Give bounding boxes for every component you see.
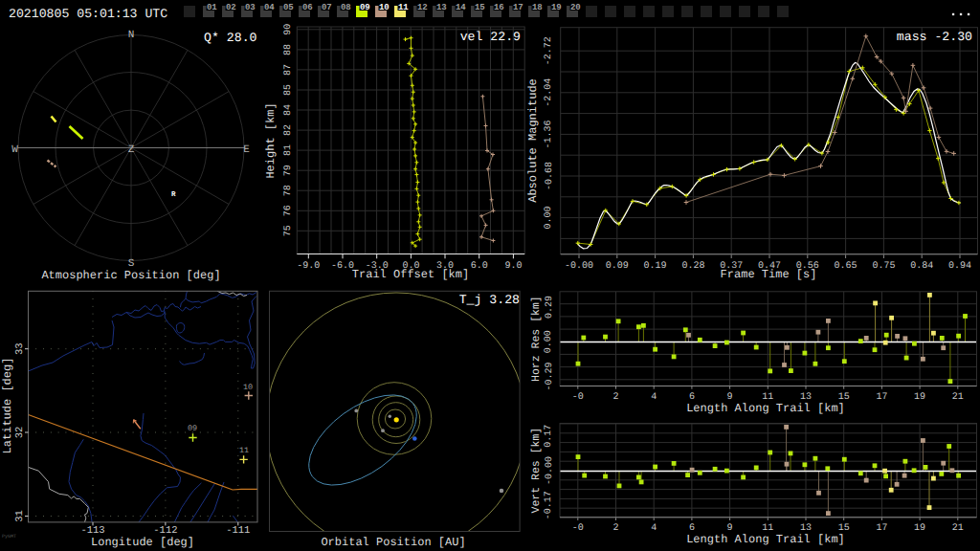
- svg-text:Latitude [deg]: Latitude [deg]: [1, 358, 14, 454]
- svg-text:Atmospheric Position [deg]: Atmospheric Position [deg]: [41, 269, 220, 282]
- svg-text:4: 4: [651, 523, 657, 534]
- svg-text:9.0: 9.0: [504, 261, 522, 272]
- svg-text:0.75: 0.75: [872, 261, 895, 272]
- svg-text:0.00: 0.00: [545, 330, 555, 353]
- svg-text:Z: Z: [128, 144, 135, 156]
- svg-text:81: 81: [283, 144, 294, 156]
- svg-text:-111: -111: [226, 525, 250, 537]
- svg-text:17: 17: [876, 392, 887, 403]
- svg-text:13: 13: [436, 3, 447, 12]
- svg-text:0.65: 0.65: [835, 261, 858, 272]
- svg-text:18: 18: [532, 3, 543, 12]
- svg-text:10: 10: [379, 3, 390, 12]
- svg-text:32: 32: [14, 427, 26, 439]
- svg-text:31: 31: [14, 510, 26, 522]
- svg-text:Orbital Position [AU]: Orbital Position [AU]: [321, 536, 465, 549]
- svg-text:Longitude [deg]: Longitude [deg]: [91, 536, 194, 549]
- svg-text:-0.00: -0.00: [565, 261, 593, 272]
- svg-text:08: 08: [341, 3, 351, 12]
- svg-text:20: 20: [570, 3, 581, 12]
- svg-text:14: 14: [456, 3, 466, 12]
- svg-text:0.29: 0.29: [545, 296, 555, 319]
- svg-text:Frame Time [s]: Frame Time [s]: [721, 268, 817, 281]
- svg-text:0.19: 0.19: [644, 261, 667, 272]
- svg-text:12: 12: [417, 3, 428, 12]
- svg-text:17: 17: [876, 523, 887, 534]
- svg-text:82: 82: [283, 124, 294, 136]
- svg-text:Trail Offset [km]: Trail Offset [km]: [352, 268, 469, 281]
- svg-text:0.09: 0.09: [606, 261, 629, 272]
- svg-text:20210805 05:01:13 UTC: 20210805 05:01:13 UTC: [9, 7, 167, 21]
- svg-text:03: 03: [245, 3, 256, 12]
- svg-text:05: 05: [283, 3, 294, 12]
- svg-text:10: 10: [243, 383, 253, 392]
- svg-text:-0.29: -0.29: [545, 362, 555, 390]
- svg-text:09: 09: [188, 424, 197, 433]
- svg-text:0.17: 0.17: [545, 425, 555, 448]
- svg-text:84: 84: [283, 104, 294, 116]
- svg-text:19: 19: [551, 3, 562, 12]
- svg-text:R: R: [171, 191, 176, 199]
- svg-text:PyGMT: PyGMT: [2, 534, 16, 540]
- svg-text:Height [km]: Height [km]: [264, 102, 278, 178]
- svg-text:21: 21: [952, 523, 964, 534]
- svg-text:vel 22.9: vel 22.9: [460, 30, 521, 44]
- svg-text:17: 17: [513, 3, 523, 12]
- svg-text:Length Along Trail [km]: Length Along Trail [km]: [686, 402, 845, 415]
- svg-text:W: W: [11, 144, 18, 156]
- svg-text:11: 11: [398, 3, 409, 12]
- svg-text:Absolute Magnitude: Absolute Magnitude: [526, 78, 540, 203]
- svg-text:-0: -0: [572, 392, 584, 403]
- svg-text:-0: -0: [572, 523, 584, 534]
- svg-text:87: 87: [283, 64, 294, 76]
- svg-text:-0.17: -0.17: [545, 491, 555, 519]
- svg-text:19: 19: [914, 523, 925, 534]
- svg-text:90: 90: [283, 24, 294, 35]
- svg-text:S: S: [128, 258, 135, 270]
- svg-text:Vert Res [km]: Vert Res [km]: [531, 428, 544, 514]
- svg-text:09: 09: [360, 3, 370, 12]
- svg-text:0.00: 0.00: [545, 207, 555, 230]
- svg-text:-1.36: -1.36: [545, 120, 555, 148]
- svg-text:75: 75: [283, 225, 294, 236]
- svg-text:33: 33: [14, 342, 26, 355]
- svg-text:E: E: [243, 144, 250, 156]
- svg-text:Length Along Trail [km]: Length Along Trail [km]: [686, 533, 845, 546]
- svg-text:0.94: 0.94: [948, 261, 971, 272]
- svg-text:19: 19: [914, 392, 925, 403]
- svg-text:88: 88: [283, 44, 294, 55]
- svg-text:07: 07: [322, 3, 332, 12]
- svg-text:T_j 3.28: T_j 3.28: [459, 293, 520, 307]
- svg-text:N: N: [128, 30, 135, 41]
- svg-text:78: 78: [283, 185, 294, 196]
- svg-text:15: 15: [475, 3, 485, 12]
- svg-text:-0.00: -0.00: [545, 456, 555, 485]
- svg-text:76: 76: [283, 205, 294, 216]
- svg-text:21: 21: [952, 392, 964, 403]
- svg-text:mass -2.30: mass -2.30: [897, 30, 972, 44]
- svg-text:-0.68: -0.68: [545, 162, 555, 190]
- svg-text:-6.0: -6.0: [331, 261, 354, 272]
- svg-text:02: 02: [226, 3, 236, 12]
- svg-text:-9.0: -9.0: [297, 261, 320, 272]
- svg-text:-2.72: -2.72: [545, 36, 555, 65]
- svg-text:4: 4: [651, 392, 657, 403]
- svg-text:2: 2: [612, 523, 618, 534]
- svg-text:06: 06: [302, 3, 313, 12]
- svg-text:0.84: 0.84: [910, 261, 933, 272]
- svg-text:85: 85: [283, 84, 294, 96]
- svg-text:0.28: 0.28: [681, 261, 704, 272]
- svg-text:16: 16: [494, 3, 504, 12]
- svg-text:11: 11: [239, 446, 249, 455]
- svg-text:6.0: 6.0: [471, 261, 488, 272]
- svg-text:04: 04: [264, 3, 275, 12]
- svg-text:01: 01: [207, 3, 217, 12]
- svg-text:-2.04: -2.04: [545, 78, 555, 107]
- svg-text:Q* 28.0: Q* 28.0: [204, 31, 256, 45]
- svg-text:79: 79: [283, 165, 294, 176]
- svg-text:Horz Res [km]: Horz Res [km]: [531, 296, 544, 382]
- svg-text:2: 2: [612, 392, 618, 403]
